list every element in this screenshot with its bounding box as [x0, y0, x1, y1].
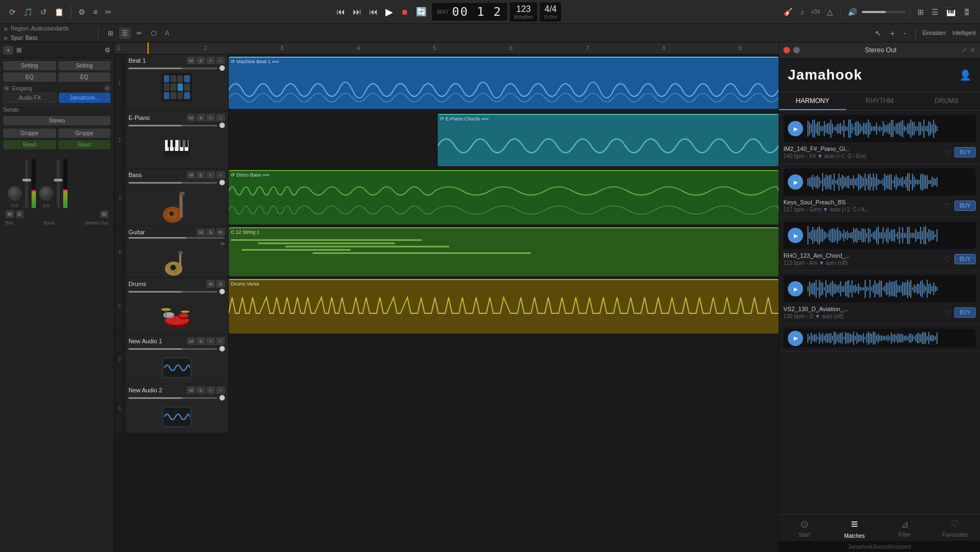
fav-btn-1[interactable]: ♡: [944, 148, 951, 157]
cut-btn[interactable]: ✂: [102, 6, 114, 18]
buy-btn-1[interactable]: BUY: [954, 147, 976, 157]
clip-guitar[interactable]: C 12 String 1: [229, 227, 779, 276]
snap-ctrl[interactable]: +: [887, 27, 897, 39]
pan-1[interactable]: [219, 65, 225, 71]
vol-slider-1[interactable]: [128, 68, 217, 69]
rec-6b[interactable]: R: [206, 386, 215, 394]
spur-label[interactable]: ▶ Spur: Bass: [4, 33, 91, 41]
mute-4[interactable]: M: [197, 228, 205, 236]
clip-beat1[interactable]: ⟳ Machine Beat 1 ∞∞: [229, 57, 779, 109]
pan-2[interactable]: [219, 123, 225, 128]
mute-6b[interactable]: M: [187, 386, 195, 394]
add-track-btn[interactable]: +: [3, 46, 13, 54]
info-6b[interactable]: I: [216, 386, 225, 394]
clip-bass[interactable]: ⟳ Disco Bass ∞∞: [229, 170, 779, 225]
pan-6b[interactable]: [219, 395, 225, 401]
pan-5[interactable]: [219, 289, 225, 294]
solo-1[interactable]: S: [197, 57, 205, 64]
rec-4[interactable]: R: [216, 228, 225, 236]
user-icon-btn[interactable]: 👤: [959, 69, 971, 81]
signature-box[interactable]: 4/4 D-Dur: [539, 2, 562, 22]
piano-roll-btn[interactable]: 🎹: [944, 6, 958, 18]
solo-2[interactable]: S: [197, 114, 205, 122]
solo-5[interactable]: S: [216, 280, 225, 288]
lane-3[interactable]: ⟳ Disco Bass ∞∞: [229, 169, 779, 226]
setting-btn-2[interactable]: Setting: [58, 61, 111, 70]
gruppe-btn-1[interactable]: Gruppe: [3, 129, 56, 138]
play-result-3[interactable]: [788, 228, 803, 243]
lane-6a[interactable]: [229, 335, 779, 384]
tab-rhythm[interactable]: RHYTHM: [846, 93, 913, 110]
plugin-close-btn[interactable]: ✕: [970, 46, 976, 54]
region-label[interactable]: ▶ Region: Audiostandards: [4, 26, 91, 32]
mute-btn[interactable]: M: [5, 210, 14, 218]
mute-6a[interactable]: M: [187, 337, 195, 345]
vol-slider-5[interactable]: [128, 291, 217, 293]
play-result-1[interactable]: [788, 121, 803, 136]
info-6a[interactable]: I: [216, 337, 225, 345]
play-btn[interactable]: ▶: [382, 4, 396, 20]
fav-btn-4[interactable]: ♡: [944, 308, 951, 317]
clip-drums[interactable]: Drums Verse: [229, 279, 779, 333]
vol-slider-2[interactable]: [128, 125, 217, 126]
notes-btn[interactable]: ♪: [798, 6, 807, 18]
cycle-btn[interactable]: ↺: [38, 6, 50, 18]
rec-3[interactable]: R: [206, 171, 215, 179]
lane-4[interactable]: C 12 String 1: [229, 226, 779, 277]
eq-btn-1[interactable]: EQ: [3, 72, 56, 82]
clip-epiano[interactable]: ⟳ E-Piano Chords ∞∞: [438, 114, 779, 166]
info-1[interactable]: I: [216, 57, 225, 64]
gruppe-btn-2[interactable]: Gruppe: [58, 129, 111, 138]
solo-3[interactable]: S: [197, 171, 205, 179]
lane-1[interactable]: ⟳ Machine Beat 1 ∞∞: [229, 54, 779, 111]
buy-btn-2[interactable]: BUY: [954, 201, 976, 211]
back-to-start-btn[interactable]: ⏮: [366, 5, 381, 19]
snap-ctrl2[interactable]: -: [901, 27, 909, 39]
plugin-expand-btn[interactable]: ⤢: [961, 46, 967, 54]
read-btn-2[interactable]: Read: [58, 140, 111, 149]
vol-icon[interactable]: 🔊: [845, 6, 860, 18]
edit-mode-btn[interactable]: ✏: [134, 28, 145, 39]
pan-6a[interactable]: [219, 346, 225, 351]
tempo-box[interactable]: 123 Behalten: [509, 2, 538, 22]
track-options-btn[interactable]: ⊞: [16, 46, 22, 54]
mixer-btn[interactable]: ≡: [90, 6, 100, 18]
rewind-btn[interactable]: ⏮: [333, 5, 348, 19]
cycle-mode-btn[interactable]: 🔄: [413, 4, 430, 19]
footer-tab-matches[interactable]: ≡ Matches: [829, 514, 879, 541]
grid-view-btn[interactable]: ⊞: [915, 6, 927, 18]
fav-btn-2[interactable]: ♡: [944, 202, 951, 210]
buy-btn-4[interactable]: BUY: [954, 307, 976, 318]
tuner-btn[interactable]: 🎸: [781, 6, 795, 18]
score-btn[interactable]: 📋: [52, 6, 66, 18]
fader-1[interactable]: [25, 159, 28, 208]
fav-btn-3[interactable]: ♡: [944, 255, 951, 264]
footer-tab-filter[interactable]: ⊿ Filter: [880, 514, 930, 541]
play-result-5[interactable]: [788, 331, 803, 346]
mute-1[interactable]: M: [187, 57, 195, 64]
vol-slider-6a[interactable]: [128, 348, 217, 350]
buy-btn-3[interactable]: BUY: [954, 254, 976, 264]
play-result-4[interactable]: [788, 281, 803, 296]
mixer-panel-btn[interactable]: 🎛: [960, 6, 973, 18]
audio-fx-btn[interactable]: Audio FX: [3, 93, 57, 103]
pan-3[interactable]: [219, 180, 225, 185]
pan-knob-1[interactable]: [8, 186, 22, 201]
solo-6b[interactable]: S: [197, 386, 205, 394]
eq-btn-2[interactable]: EQ: [58, 72, 111, 82]
info-2[interactable]: I: [216, 114, 225, 122]
footer-tab-start[interactable]: ⊙ Start: [779, 514, 829, 541]
fast-forward-btn[interactable]: ⏭: [350, 5, 365, 19]
back-btn[interactable]: ⟳: [7, 6, 19, 18]
rec-1[interactable]: R: [206, 57, 215, 64]
solo-4[interactable]: S: [206, 228, 215, 236]
pointer-btn[interactable]: ↖: [872, 27, 884, 39]
grid-mode-btn[interactable]: ⊞: [105, 28, 116, 39]
list-mode-btn[interactable]: ☰: [119, 28, 131, 39]
setting-btn-1[interactable]: Setting: [3, 61, 56, 70]
vol-slider-4[interactable]: [128, 237, 225, 239]
lane-5[interactable]: Drums Verse: [229, 278, 779, 335]
vol-slider-track[interactable]: [862, 11, 905, 13]
metronome-btn[interactable]: 🎵: [21, 6, 35, 18]
min-dot[interactable]: [793, 47, 800, 53]
